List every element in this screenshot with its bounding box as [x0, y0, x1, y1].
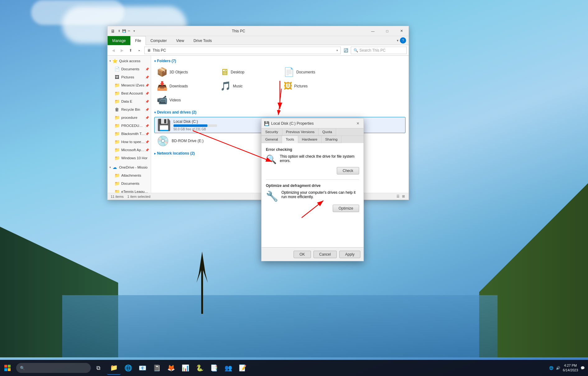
large-icons-view-btn[interactable]: ⊞	[401, 194, 405, 198]
quick-access-btn-3[interactable]: ✂	[127, 29, 131, 33]
refresh-button[interactable]: 🔄	[342, 47, 350, 54]
file-explorer-taskbar-icon: 📁	[110, 364, 118, 371]
sidebar-onedrive[interactable]: ▾ ☁ OneDrive - Missio	[108, 163, 151, 171]
address-path[interactable]: 🖥 This PC ▾	[144, 47, 341, 54]
ok-button[interactable]: OK	[294, 251, 311, 258]
maximize-button[interactable]: □	[380, 26, 394, 36]
folder-music[interactable]: 🎵 Music	[218, 80, 280, 92]
tab-sharing[interactable]: Sharing	[322, 136, 342, 143]
sidebar-item-attachments[interactable]: 📁 Attachments	[108, 171, 151, 179]
check-button[interactable]: Check	[337, 167, 359, 174]
downloads-folder-icon: 📥	[157, 81, 168, 91]
network-icon[interactable]: 🌐	[549, 366, 553, 370]
taskbar-onenote[interactable]: 📓	[150, 361, 164, 375]
clock[interactable]: 4:27 PM 6/14/2023	[563, 363, 578, 373]
tab-general[interactable]: General	[262, 136, 282, 143]
apply-button[interactable]: Apply	[339, 251, 360, 258]
folders-section-header[interactable]: ▾ Folders (7)	[154, 59, 405, 63]
cancel-button[interactable]: Cancel	[313, 251, 337, 258]
taskbar-python[interactable]: 🐍	[193, 361, 206, 375]
sidebar-item-procedure[interactable]: 📁 procedure 📌	[108, 114, 151, 122]
sidebar-item-how-to[interactable]: 📁 How to speed u 📌	[108, 138, 151, 146]
folder-desktop[interactable]: 🖥 Desktop	[218, 66, 280, 78]
sidebar-item-blacksmith[interactable]: 📁 Blacksmith Tong 📌	[108, 130, 151, 138]
error-checking-description: This option will check the drive for fil…	[280, 154, 359, 163]
search-box[interactable]: 🔍 Search This PC	[351, 47, 407, 54]
pin-icon-5: 📌	[145, 100, 149, 103]
folder-videos[interactable]: 📹 Videos	[154, 94, 216, 106]
notification-icon[interactable]: 💬	[581, 366, 585, 370]
start-button[interactable]	[0, 360, 15, 375]
devices-section-header[interactable]: ▾ Devices and drives (2)	[154, 110, 405, 114]
sidebar-item-mesecni[interactable]: 📁 Mesecni IZves 📌	[108, 81, 151, 89]
sidebar-quick-access[interactable]: ▾ ⭐ Quick access	[108, 57, 151, 65]
taskbar-outlook[interactable]: 📧	[136, 361, 149, 375]
sidebar-recycle-label: Recycle Bin	[121, 108, 140, 111]
sidebar-item-documents-od[interactable]: 📁 Documents	[108, 179, 151, 188]
recent-locations-btn[interactable]: ▸	[136, 47, 143, 54]
svg-rect-5	[4, 365, 7, 368]
quick-access-dropdown[interactable]: ▾	[132, 29, 136, 33]
tab-drive-tools[interactable]: Drive Tools	[189, 36, 216, 45]
quick-access-btn-1[interactable]: ⬆	[117, 29, 121, 33]
folder-pictures[interactable]: 🖼 Pictures	[281, 80, 343, 92]
minimize-button[interactable]: —	[366, 26, 380, 36]
taskbar-edge[interactable]: 🌐	[121, 361, 135, 375]
tab-previous-versions[interactable]: Previous Versions	[282, 128, 319, 136]
optimize-btn-container: Optimize	[266, 205, 359, 212]
taskbar-excel[interactable]: 📊	[178, 361, 192, 375]
network-section-label: Network locations (2)	[157, 151, 195, 156]
error-checking-title: Error checking	[266, 147, 359, 152]
folder-documents[interactable]: 📄 Documents	[281, 66, 343, 78]
sidebar-item-procedure-caps[interactable]: 📁 PROCEDURE . 📌	[108, 122, 151, 130]
taskbar-firefox[interactable]: 🦊	[164, 361, 178, 375]
sidebar-item-win10[interactable]: 📁 Windows 10 Hor	[108, 154, 151, 162]
tab-hardware[interactable]: Hardware	[298, 136, 322, 143]
up-button[interactable]: ⬆	[127, 47, 134, 54]
sidebar-item-best-accounti[interactable]: 📁 Best Accounti 📌	[108, 89, 151, 97]
system-tray: 🌐 🔊 4:27 PM 6/14/2023 💬	[549, 363, 588, 373]
taskbar-powerpoint[interactable]: 📑	[207, 361, 221, 375]
dialog-close-button[interactable]: ✕	[355, 120, 361, 127]
speaker-icon[interactable]: 🔊	[556, 366, 560, 370]
folder-icon-10: 📁	[114, 155, 120, 161]
sidebar-item-documents[interactable]: 📄 Documents 📌	[108, 65, 151, 73]
sidebar-item-pictures[interactable]: 🖼 Pictures 📌	[108, 73, 151, 81]
taskbar-file-explorer[interactable]: 📁	[107, 361, 121, 375]
optimize-button[interactable]: Optimize	[333, 205, 359, 212]
close-button[interactable]: ✕	[394, 26, 409, 36]
folder-3d-objects[interactable]: 📦 3D Objects	[154, 66, 216, 78]
ribbon: Manage File Computer View Drive Tools ▾ …	[108, 36, 409, 45]
taskbar-search[interactable]: 🔍	[16, 363, 91, 373]
tab-computer[interactable]: Computer	[146, 36, 172, 45]
tab-security[interactable]: Security	[262, 128, 282, 136]
back-button[interactable]: ◀	[109, 47, 117, 54]
sidebar-item-etennis[interactable]: 📁 eTennis League V	[108, 188, 151, 193]
sidebar-item-ms-apps[interactable]: 📁 Microsoft Apps f 📌	[108, 146, 151, 154]
quick-access-btn-2[interactable]: 💾	[122, 29, 126, 33]
svg-rect-7	[4, 368, 7, 371]
folder-downloads[interactable]: 📥 Downloads	[154, 80, 216, 92]
folder-downloads-label: Downloads	[169, 84, 188, 88]
python-taskbar-icon: 🐍	[196, 364, 204, 372]
taskbar-teams[interactable]: 👥	[221, 361, 235, 375]
tab-manage[interactable]: Manage	[108, 36, 130, 45]
tab-file[interactable]: File	[130, 36, 146, 45]
sidebar-item-recycle-bin[interactable]: 🗑 Recycle Bin 📌	[108, 105, 151, 114]
sidebar-item-data-e[interactable]: 📁 Data E 📌	[108, 97, 151, 105]
tab-view[interactable]: View	[171, 36, 189, 45]
address-dropdown-icon[interactable]: ▾	[336, 49, 338, 52]
ribbon-help-icon[interactable]: ?	[400, 37, 406, 44]
taskbar-word[interactable]: 📝	[236, 361, 249, 375]
tab-quota[interactable]: Quota	[319, 128, 336, 136]
ribbon-expand-icon[interactable]: ▾	[397, 39, 399, 43]
tab-tools[interactable]: Tools	[282, 136, 298, 143]
folders-grid: 📦 3D Objects 🖥 Desktop 📄 Documents 📥 Dow…	[154, 66, 405, 106]
details-view-btn[interactable]: ☰	[396, 194, 400, 198]
forward-button[interactable]: ▶	[118, 47, 126, 54]
optimize-section: Optimize and defragment drive 🔧 Optimizi…	[266, 183, 359, 212]
task-view-btn[interactable]: ⧉	[91, 360, 106, 375]
ribbon-tab-bar: Manage File Computer View Drive Tools ▾ …	[108, 36, 409, 45]
address-pc-icon: 🖥	[147, 48, 151, 53]
selected-count: 1 item selected	[127, 195, 150, 198]
